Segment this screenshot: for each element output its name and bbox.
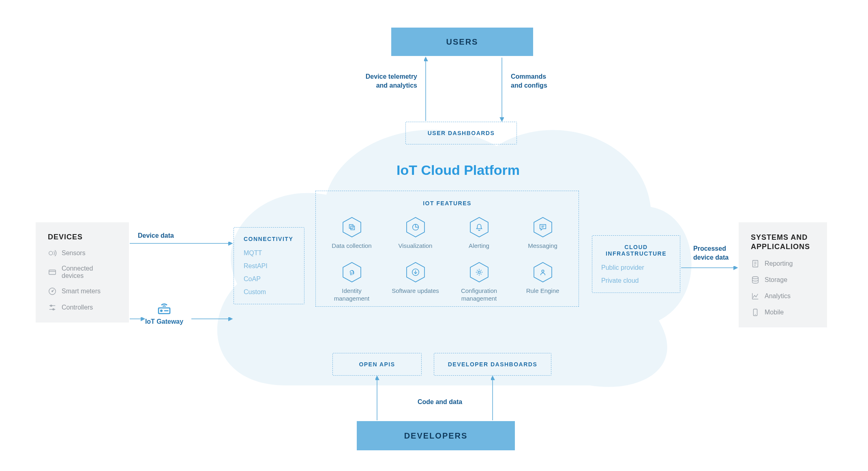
connector-lines [0,0,868,471]
